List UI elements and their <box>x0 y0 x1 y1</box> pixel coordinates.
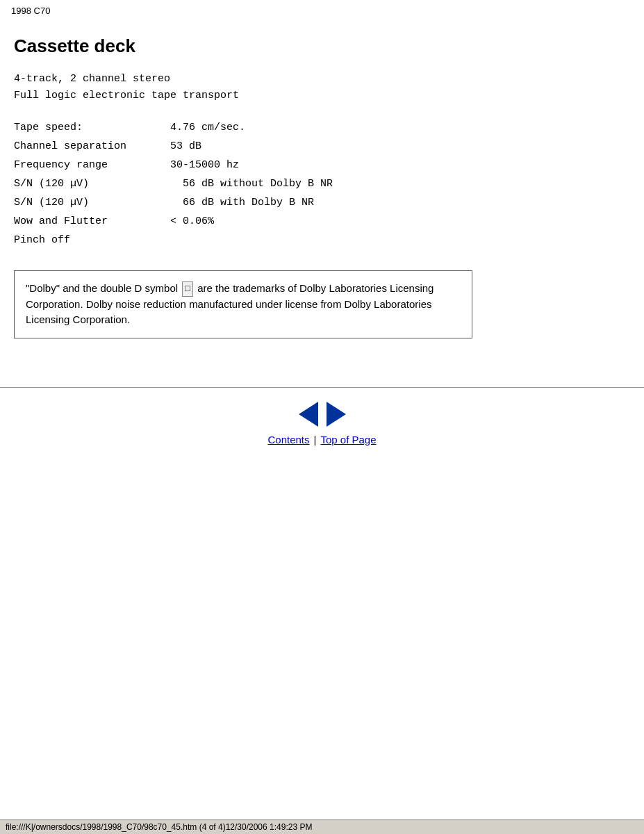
dolby-text-before: "Dolby" and the double D symbol <box>26 282 181 294</box>
contents-link[interactable]: Contents <box>267 434 309 445</box>
intro-line2: Full logic electronic tape transport <box>14 88 630 104</box>
dolby-notice: "Dolby" and the double D symbol □ are th… <box>14 270 472 338</box>
table-row: Tape speed: 4.76 cm/sec. <box>14 118 630 137</box>
next-page-arrow[interactable] <box>327 402 346 427</box>
table-row: Wow and Flutter < 0.06% <box>14 212 630 231</box>
status-bar: file:///K|/ownersdocs/1998/1998_C70/98c7… <box>0 819 644 834</box>
specs-intro: 4-track, 2 channel stereo Full logic ele… <box>14 71 630 104</box>
main-content: Cassette deck 4-track, 2 channel stereo … <box>0 22 644 373</box>
intro-line1: 4-track, 2 channel stereo <box>14 71 630 88</box>
nav-separator: | <box>314 434 317 445</box>
top-of-page-link[interactable]: Top of Page <box>320 434 376 445</box>
prev-page-arrow[interactable] <box>299 402 318 427</box>
specs-table: Tape speed: 4.76 cm/sec.Channel separati… <box>14 118 630 250</box>
table-row: S/N (120 µV) 56 dB without Dolby B NR <box>14 174 630 193</box>
table-row: Frequency range 30-15000 hz <box>14 156 630 174</box>
table-row: Pinch off <box>14 231 630 250</box>
nav-links: Contents | Top of Page <box>0 434 644 445</box>
table-row: Channel separation 53 dB <box>14 137 630 156</box>
breadcrumb: 1998 C70 <box>0 0 644 22</box>
nav-arrows <box>0 402 644 427</box>
page-divider <box>0 387 644 388</box>
table-row: S/N (120 µV) 66 dB with Dolby B NR <box>14 193 630 212</box>
dolby-symbol: □ <box>182 281 193 297</box>
page-title: Cassette deck <box>14 35 630 57</box>
